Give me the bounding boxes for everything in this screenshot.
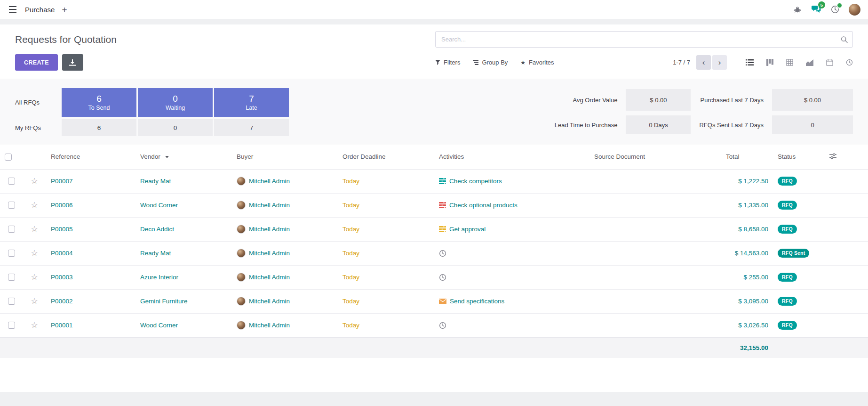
search-input[interactable] <box>435 31 853 48</box>
column-header-buyer[interactable]: Buyer <box>232 145 338 169</box>
reference-link[interactable]: P00001 <box>51 322 73 329</box>
activity-label[interactable]: Check optional products <box>449 202 518 209</box>
buyer-link[interactable]: Mitchell Admin <box>249 322 290 329</box>
reference-link[interactable]: P00005 <box>51 226 73 233</box>
schedule-activity-clock-icon[interactable] <box>439 274 446 281</box>
column-header-deadline[interactable]: Order Deadline <box>338 145 434 169</box>
activity-view-icon[interactable] <box>846 59 853 66</box>
late-tile[interactable]: 7 Late <box>214 88 289 117</box>
vendor-header-label: Vendor <box>140 153 160 160</box>
plus-icon[interactable]: + <box>62 5 67 14</box>
row-checkbox[interactable] <box>8 178 15 185</box>
kanban-view-icon[interactable] <box>766 59 773 66</box>
rfq-list-table: Reference Vendor Buyer Order Deadline Ac… <box>0 145 868 358</box>
messages-icon[interactable]: 5 <box>811 4 821 15</box>
vendor-link[interactable]: Ready Mat <box>140 250 171 257</box>
reference-link[interactable]: P00004 <box>51 250 73 257</box>
favorite-star-icon[interactable]: ☆ <box>31 297 38 306</box>
vendor-link[interactable]: Wood Corner <box>140 322 178 329</box>
vendor-link[interactable]: Gemini Furniture <box>140 298 188 305</box>
favorite-star-icon[interactable]: ☆ <box>31 201 38 210</box>
export-button[interactable] <box>62 54 83 71</box>
buyer-link[interactable]: Mitchell Admin <box>249 202 290 209</box>
reference-link[interactable]: P00003 <box>51 274 73 281</box>
column-header-source[interactable]: Source Document <box>589 145 721 169</box>
favorites-button[interactable]: ★ Favorites <box>520 59 554 66</box>
column-header-status[interactable]: Status <box>773 145 825 169</box>
table-row[interactable]: ☆ P00006 Wood Corner Mitchell Admin Toda… <box>0 193 868 217</box>
vendor-link[interactable]: Azure Interior <box>140 274 178 281</box>
waiting-tile[interactable]: 0 Waiting <box>138 88 213 117</box>
table-row[interactable]: ☆ P00001 Wood Corner Mitchell Admin Toda… <box>0 313 868 337</box>
reference-link[interactable]: P00006 <box>51 202 73 209</box>
table-row[interactable]: ☆ P00003 Azure Interior Mitchell Admin T… <box>0 265 868 289</box>
activities-clock-icon[interactable] <box>830 4 840 15</box>
table-row[interactable]: ☆ P00005 Deco Addict Mitchell Admin Toda… <box>0 217 868 241</box>
activity-label[interactable]: Check competitors <box>449 178 502 185</box>
schedule-activity-clock-icon[interactable] <box>439 250 446 257</box>
my-waiting-tile[interactable]: 0 <box>138 119 213 136</box>
reference-link[interactable]: P00002 <box>51 298 73 305</box>
schedule-activity-clock-icon[interactable] <box>439 322 446 329</box>
table-row[interactable]: ☆ P00004 Ready Mat Mitchell Admin Today … <box>0 241 868 265</box>
column-header-reference[interactable]: Reference <box>46 145 135 169</box>
waiting-label: Waiting <box>166 105 185 111</box>
column-header-vendor[interactable]: Vendor <box>135 145 232 169</box>
envelope-icon[interactable] <box>439 299 446 304</box>
list-view-icon[interactable] <box>746 59 754 66</box>
group-by-button[interactable]: Group By <box>473 59 508 66</box>
buyer-avatar <box>237 297 246 306</box>
table-row[interactable]: ☆ P00007 Ready Mat Mitchell Admin Today … <box>0 169 868 193</box>
debug-bug-icon[interactable] <box>792 4 803 15</box>
table-row[interactable]: ☆ P00002 Gemini Furniture Mitchell Admin… <box>0 289 868 313</box>
buyer-link[interactable]: Mitchell Admin <box>249 178 290 185</box>
column-header-activities[interactable]: Activities <box>434 145 589 169</box>
row-checkbox[interactable] <box>8 322 15 329</box>
pivot-view-icon[interactable] <box>786 59 793 66</box>
graph-view-icon[interactable] <box>806 59 813 66</box>
row-checkbox[interactable] <box>8 298 15 305</box>
tasks-icon[interactable] <box>439 202 446 208</box>
apps-menu-icon[interactable] <box>8 4 18 15</box>
buyer-link[interactable]: Mitchell Admin <box>249 298 290 305</box>
buyer-link[interactable]: Mitchell Admin <box>249 250 290 257</box>
row-checkbox[interactable] <box>8 202 15 209</box>
app-name[interactable]: Purchase <box>25 6 55 14</box>
vendor-link[interactable]: Wood Corner <box>140 202 178 209</box>
tasks-icon[interactable] <box>439 178 446 184</box>
my-late-tile[interactable]: 7 <box>214 119 289 136</box>
row-checkbox[interactable] <box>8 226 15 233</box>
user-avatar[interactable] <box>849 4 860 16</box>
vendor-link[interactable]: Deco Addict <box>140 226 174 233</box>
favorite-star-icon[interactable]: ☆ <box>31 249 38 258</box>
late-count: 7 <box>249 94 254 104</box>
reference-link[interactable]: P00007 <box>51 178 73 185</box>
vendor-link[interactable]: Ready Mat <box>140 178 171 185</box>
column-header-total[interactable]: Total <box>721 145 773 169</box>
search-icon[interactable] <box>841 36 848 43</box>
row-checkbox[interactable] <box>8 274 15 281</box>
activity-label[interactable]: Get approval <box>449 226 486 233</box>
order-deadline: Today <box>342 226 359 233</box>
favorite-star-icon[interactable]: ☆ <box>31 321 38 330</box>
chevron-down-icon[interactable] <box>165 156 169 158</box>
filters-button[interactable]: Filters <box>435 59 460 66</box>
favorite-star-icon[interactable]: ☆ <box>31 273 38 282</box>
my-to-send-tile[interactable]: 6 <box>62 119 136 136</box>
calendar-view-icon[interactable] <box>826 59 833 66</box>
favorite-star-icon[interactable]: ☆ <box>31 177 38 186</box>
pager-next-button[interactable]: › <box>712 55 727 70</box>
optional-columns-icon[interactable] <box>829 153 836 159</box>
activities-badge <box>836 2 843 8</box>
select-all-checkbox[interactable] <box>5 154 12 161</box>
to-send-tile[interactable]: 6 To Send <box>62 88 136 117</box>
tasks-icon[interactable] <box>439 226 446 232</box>
buyer-link[interactable]: Mitchell Admin <box>249 226 290 233</box>
pager-previous-button[interactable]: ‹ <box>696 55 711 70</box>
create-button[interactable]: CREATE <box>15 54 58 71</box>
favorite-star-icon[interactable]: ☆ <box>31 225 38 234</box>
row-checkbox[interactable] <box>8 250 15 257</box>
buyer-link[interactable]: Mitchell Admin <box>249 274 290 281</box>
order-deadline: Today <box>342 274 359 281</box>
activity-label[interactable]: Send specifications <box>450 298 504 305</box>
